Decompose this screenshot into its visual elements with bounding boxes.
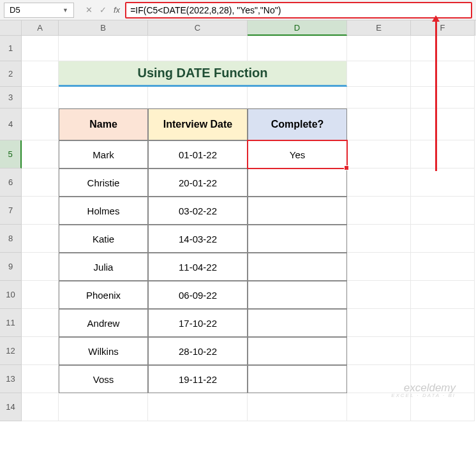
cell-name[interactable]: Christie xyxy=(59,169,148,197)
cell-name[interactable]: Andrew xyxy=(59,309,148,337)
cell[interactable] xyxy=(22,140,59,169)
cell[interactable] xyxy=(411,36,475,61)
cell-name[interactable]: Voss xyxy=(59,365,148,393)
cell-name[interactable]: Katie xyxy=(59,225,148,253)
fill-handle[interactable] xyxy=(344,165,349,170)
cell[interactable] xyxy=(347,61,411,87)
cell[interactable] xyxy=(59,393,148,421)
cell[interactable] xyxy=(347,197,411,225)
select-all-corner[interactable] xyxy=(0,20,22,36)
cell-date[interactable]: 01-01-22 xyxy=(148,140,248,169)
cell[interactable] xyxy=(22,281,59,309)
cell-date[interactable]: 17-10-22 xyxy=(148,309,248,337)
cell-name[interactable]: Mark xyxy=(59,140,148,169)
cell[interactable] xyxy=(347,87,411,109)
table-header-date[interactable]: Interview Date xyxy=(148,109,248,140)
cell[interactable] xyxy=(411,87,475,109)
cell-complete[interactable] xyxy=(248,337,347,365)
cell[interactable] xyxy=(347,309,411,337)
cell[interactable] xyxy=(411,61,475,87)
row-header-7[interactable]: 7 xyxy=(0,197,22,225)
cell[interactable] xyxy=(411,337,475,365)
row-header-5[interactable]: 5 xyxy=(0,140,22,169)
cell-complete[interactable] xyxy=(248,197,347,225)
cell[interactable] xyxy=(411,197,475,225)
row-header-8[interactable]: 8 xyxy=(0,225,22,253)
col-header-c[interactable]: C xyxy=(148,20,248,36)
cell[interactable] xyxy=(248,87,347,109)
cell[interactable] xyxy=(22,109,59,140)
cell-date[interactable]: 03-02-22 xyxy=(148,197,248,225)
cell[interactable] xyxy=(411,309,475,337)
row-header-6[interactable]: 6 xyxy=(0,169,22,197)
cell-date[interactable]: 14-03-22 xyxy=(148,225,248,253)
row-header-4[interactable]: 4 xyxy=(0,109,22,140)
cell[interactable] xyxy=(22,197,59,225)
cell[interactable] xyxy=(22,309,59,337)
cell-date[interactable]: 11-04-22 xyxy=(148,253,248,281)
cell[interactable] xyxy=(411,253,475,281)
cell-complete[interactable] xyxy=(248,253,347,281)
cell-date[interactable]: 19-11-22 xyxy=(148,365,248,393)
cell[interactable] xyxy=(59,36,148,61)
cell[interactable] xyxy=(411,281,475,309)
cell-date[interactable]: 20-01-22 xyxy=(148,169,248,197)
cell[interactable] xyxy=(347,225,411,253)
cell[interactable] xyxy=(347,337,411,365)
cell[interactable] xyxy=(22,365,59,393)
cell[interactable] xyxy=(22,337,59,365)
row-header-14[interactable]: 14 xyxy=(0,393,22,421)
cell[interactable] xyxy=(347,109,411,140)
row-header-13[interactable]: 13 xyxy=(0,365,22,393)
cell[interactable] xyxy=(148,393,248,421)
col-header-b[interactable]: B xyxy=(59,20,148,36)
cell[interactable] xyxy=(22,61,59,87)
col-header-f[interactable]: F xyxy=(411,20,475,36)
cell[interactable] xyxy=(22,87,59,109)
cell-date[interactable]: 06-09-22 xyxy=(148,281,248,309)
name-box[interactable]: D5 ▼ xyxy=(4,3,74,18)
cell-complete[interactable] xyxy=(248,169,347,197)
col-header-a[interactable]: A xyxy=(22,20,59,36)
cell-name[interactable]: Julia xyxy=(59,253,148,281)
row-header-1[interactable]: 1 xyxy=(0,36,22,61)
cell[interactable] xyxy=(148,36,248,61)
row-header-9[interactable]: 9 xyxy=(0,253,22,281)
cell[interactable] xyxy=(22,253,59,281)
page-title[interactable]: Using DATE Function xyxy=(59,61,347,87)
cell[interactable] xyxy=(347,36,411,61)
cell[interactable] xyxy=(248,36,347,61)
cell[interactable] xyxy=(347,281,411,309)
cell[interactable] xyxy=(148,87,248,109)
cell-complete[interactable]: Yes xyxy=(248,140,347,169)
cell[interactable] xyxy=(22,169,59,197)
row-header-3[interactable]: 3 xyxy=(0,87,22,109)
cell[interactable] xyxy=(22,393,59,421)
cell[interactable] xyxy=(248,393,347,421)
cell-date[interactable]: 28-10-22 xyxy=(148,337,248,365)
cell-complete[interactable] xyxy=(248,225,347,253)
fx-icon[interactable]: fx xyxy=(114,5,125,15)
cell-name[interactable]: Phoenix xyxy=(59,281,148,309)
cell[interactable] xyxy=(411,225,475,253)
cell[interactable] xyxy=(347,253,411,281)
chevron-down-icon[interactable]: ▼ xyxy=(63,7,68,13)
cell[interactable] xyxy=(411,140,475,169)
cell-name[interactable]: Holmes xyxy=(59,197,148,225)
table-header-complete[interactable]: Complete? xyxy=(248,109,347,140)
row-header-12[interactable]: 12 xyxy=(0,337,22,365)
cell[interactable] xyxy=(411,109,475,140)
formula-input[interactable]: =IF(C5<DATE(2022,8,28), "Yes","No") xyxy=(125,2,472,19)
col-header-d[interactable]: D xyxy=(248,20,347,36)
table-header-name[interactable]: Name xyxy=(59,109,148,140)
row-header-11[interactable]: 11 xyxy=(0,309,22,337)
confirm-icon[interactable]: ✓ xyxy=(98,5,107,15)
row-header-2[interactable]: 2 xyxy=(0,61,22,87)
cell-complete[interactable] xyxy=(248,365,347,393)
cell[interactable] xyxy=(411,169,475,197)
cell[interactable] xyxy=(347,169,411,197)
cell-name[interactable]: Wilkins xyxy=(59,337,148,365)
row-header-10[interactable]: 10 xyxy=(0,281,22,309)
cancel-icon[interactable]: ✕ xyxy=(84,5,93,15)
cell-complete[interactable] xyxy=(248,309,347,337)
